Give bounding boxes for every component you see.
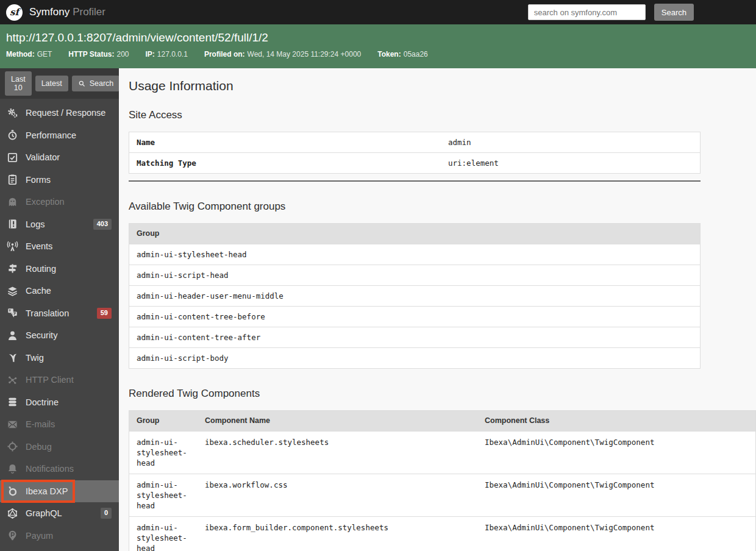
sidebar-item-label: Security: [26, 330, 57, 340]
rendered-components-table: GroupComponent NameComponent Classadmin-…: [129, 410, 756, 551]
sidebar-item-e-mails: E-mails: [0, 413, 119, 436]
meta-label: HTTP Status:: [68, 50, 114, 59]
person-icon: [6, 329, 18, 341]
meta-value: GET: [37, 50, 52, 59]
sidebar-item-debug: Debug: [0, 436, 119, 458]
sidebar-item-label: HTTP Client: [26, 375, 74, 385]
shortcut-latest-button[interactable]: Latest: [35, 76, 68, 91]
ibexa-icon: [6, 485, 18, 497]
request-meta-token: Token:05aa26: [377, 50, 428, 59]
sidebar-item-forms[interactable]: Forms: [0, 169, 119, 191]
cell-component-class: Ibexa\AdminUi\Component\TwigComponent: [477, 517, 755, 551]
sidebar-item-twig[interactable]: Twig: [0, 347, 119, 369]
stopwatch-icon: [6, 129, 18, 141]
row-label: Matching Type: [129, 153, 441, 173]
count-badge: 403: [93, 219, 112, 230]
sidebar-item-label: Exception: [26, 197, 65, 207]
signpost-icon: [6, 263, 18, 275]
main-panel: Usage Information Site Access NameadminM…: [119, 68, 756, 551]
sidebar-item-label: GraphQL: [26, 508, 62, 518]
sidebar-item-doctrine[interactable]: Doctrine: [0, 391, 119, 414]
brand-suffix: Profiler: [73, 6, 105, 18]
row-value: admin: [441, 132, 700, 152]
symfony-logo-icon[interactable]: sf: [6, 4, 23, 21]
request-meta-ip: IP:127.0.0.1: [145, 50, 187, 59]
brand-name: Symfony: [29, 6, 70, 18]
symfony-search-input[interactable]: [528, 4, 646, 20]
layers-icon: [6, 285, 18, 297]
sidebar-item-label: Routing: [26, 264, 56, 274]
request-meta-http-status: HTTP Status:200: [68, 50, 129, 59]
ghost-icon: [6, 196, 18, 208]
group-cell: admin-ui-header-user-menu-middle: [129, 286, 700, 306]
cell-group: admin-ui-stylesheet-head: [129, 474, 198, 516]
request-meta-profiled-on: Profiled on:Wed, 14 May 2025 11:29:24 +0…: [204, 50, 361, 59]
section-heading-site-access: Site Access: [129, 108, 756, 122]
sidebar-item-label: Doctrine: [26, 397, 59, 407]
profiler-sidebar: Last 10LatestSearch Request / ResponsePe…: [0, 68, 119, 551]
translation-icon: [6, 307, 18, 319]
sidebar-item-label: E-mails: [26, 419, 55, 429]
payum-icon: [6, 530, 18, 542]
table-row: admin-ui-header-user-menu-middle: [129, 285, 700, 306]
log-book-icon: [6, 218, 18, 230]
group-cell: admin-ui-stylesheet-head: [129, 244, 700, 265]
sidebar-item-performance[interactable]: Performance: [0, 124, 119, 147]
row-label: Name: [129, 132, 441, 152]
shortcut-label: Latest: [41, 79, 62, 88]
broadcast-icon: [6, 240, 18, 252]
shortcut-label: Last 10: [11, 75, 26, 92]
table-header-row: Group: [129, 224, 700, 244]
column-header-component-name: Component Name: [198, 411, 477, 431]
symfony-search-button[interactable]: Search: [654, 4, 694, 21]
sidebar-item-label: Cache: [26, 286, 51, 296]
sidebar-item-routing[interactable]: Routing: [0, 258, 119, 280]
meta-value: 200: [116, 50, 129, 59]
shortcut-search-button[interactable]: Search: [72, 76, 120, 91]
sidebar-item-label: Performance: [26, 130, 76, 140]
sidebar-item-events[interactable]: Events: [0, 235, 119, 258]
sidebar-item-label: Twig: [26, 353, 44, 363]
table-row: Nameadmin: [129, 132, 700, 152]
checkbox-icon: [6, 151, 18, 163]
meta-value: 127.0.0.1: [157, 50, 188, 59]
column-header-group: Group: [129, 224, 700, 244]
gears-icon: [6, 107, 18, 119]
sidebar-shortcuts: Last 10LatestSearch: [0, 68, 119, 99]
cell-group: admin-ui-stylesheet-head: [129, 517, 198, 551]
request-meta-row: Method:GETHTTP Status:200IP:127.0.0.1Pro…: [6, 50, 750, 59]
table-row: admin-ui-stylesheet-headibexa.scheduler.…: [129, 431, 755, 474]
table-row: admin-ui-content-tree-after: [129, 327, 700, 347]
sidebar-item-translation[interactable]: Translation59: [0, 302, 119, 325]
sidebar-item-cache[interactable]: Cache: [0, 280, 119, 302]
table-row: admin-ui-script-head: [129, 265, 700, 285]
sidebar-item-exception: Exception: [0, 191, 119, 213]
site-access-table: NameadminMatching Typeuri:element: [129, 132, 701, 174]
shortcut-last-10-button[interactable]: Last 10: [5, 71, 32, 96]
group-cell: admin-ui-script-head: [129, 265, 700, 285]
table-row: admin-ui-stylesheet-headibexa.workflow.c…: [129, 474, 755, 516]
group-cell: admin-ui-content-tree-before: [129, 307, 700, 327]
sidebar-menu: Request / ResponsePerformanceValidatorFo…: [0, 99, 119, 547]
magnifier-icon: [78, 80, 86, 88]
sidebar-item-logs[interactable]: Logs403: [0, 213, 119, 236]
sidebar-item-graphql[interactable]: GraphQL0: [0, 502, 119, 525]
sidebar-item-validator[interactable]: Validator: [0, 146, 119, 169]
sidebar-item-payum: Payum: [0, 525, 119, 547]
count-badge: 0: [101, 508, 112, 519]
sidebar-item-request-response[interactable]: Request / Response: [0, 102, 119, 124]
section-heading-twig-groups: Available Twig Component groups: [129, 200, 756, 213]
sidebar-item-security[interactable]: Security: [0, 324, 119, 347]
bell-icon: [6, 463, 18, 475]
row-value: uri:element: [441, 153, 700, 173]
sidebar-item-label: Payum: [26, 531, 53, 541]
column-header-group: Group: [129, 411, 198, 431]
sidebar-item-notifications: Notifications: [0, 458, 119, 480]
meta-label: IP:: [145, 50, 154, 59]
twig-groups-table: Groupadmin-ui-stylesheet-headadmin-ui-sc…: [129, 223, 701, 369]
sidebar-item-label: Forms: [26, 175, 51, 185]
sidebar-item-ibexa-dxp[interactable]: Ibexa DXP: [0, 480, 119, 503]
cell-component-name: ibexa.form_builder.component.stylesheets: [198, 517, 477, 551]
sidebar-item-label: Debug: [26, 442, 52, 452]
meta-value: 05aa26: [404, 50, 428, 59]
